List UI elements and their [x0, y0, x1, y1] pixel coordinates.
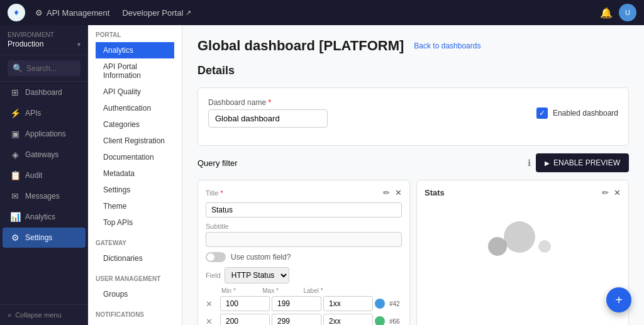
- status-widget: Title * ✏ ✕ Subtitle Use custom field?: [197, 180, 410, 325]
- applications-icon: ▣: [10, 129, 20, 139]
- search-input[interactable]: [26, 64, 77, 73]
- sidebar-item-analytics[interactable]: 📊 Analytics: [3, 207, 86, 227]
- env-dropdown[interactable]: Production: [8, 40, 80, 48]
- portal-section: Portal Analytics API Portal Information …: [88, 25, 182, 233]
- stats-close-button[interactable]: ✕: [614, 188, 621, 197]
- portal-nav-settings[interactable]: Settings: [96, 182, 174, 198]
- notifications-label: Notifications: [96, 311, 174, 318]
- field-select[interactable]: HTTP Status: [225, 267, 289, 284]
- stats-edit-button[interactable]: ✏: [602, 188, 609, 197]
- max-header: Max *: [262, 287, 301, 294]
- portal-nav-top-apis[interactable]: Top APIs: [96, 214, 174, 231]
- enabled-dashboard-label: Enabled dashboard: [553, 109, 618, 118]
- search-input-wrapper[interactable]: 🔍: [8, 60, 80, 76]
- range-2-remove-button[interactable]: ✕: [206, 317, 218, 326]
- status-title-group: [206, 202, 402, 218]
- info-icon[interactable]: ℹ: [528, 158, 531, 168]
- enabled-dashboard-row: ✓ Enabled dashboard: [536, 107, 618, 119]
- query-filter-row: Query filter ℹ ENABLE PREVIEW: [197, 153, 629, 172]
- range-header: Min * Max * Label *: [206, 287, 402, 294]
- enable-preview-button[interactable]: ENABLE PREVIEW: [536, 153, 629, 172]
- range-2-label-input[interactable]: [323, 314, 373, 325]
- collapse-icon: «: [8, 311, 11, 319]
- portal-nav-groups[interactable]: Groups: [96, 286, 174, 302]
- portal-nav-client-registration[interactable]: Client Registration: [96, 133, 174, 149]
- details-section-title: Details: [197, 64, 629, 77]
- portal-nav-dictionaries[interactable]: Dictionaries: [96, 250, 174, 267]
- status-subtitle-input[interactable]: [206, 232, 402, 247]
- use-custom-field-toggle[interactable]: [206, 252, 226, 262]
- back-to-dashboards-link[interactable]: Back to dashboards: [414, 41, 480, 50]
- api-management-header: ⚙ API Management: [35, 8, 109, 18]
- sidebar-item-messages[interactable]: ✉ Messages: [3, 186, 86, 206]
- portal-nav-notification-settings[interactable]: Notification settings: [96, 322, 174, 325]
- status-title-label: Title *: [206, 189, 223, 197]
- analytics-icon: 📊: [10, 212, 20, 222]
- widget-top-grid: Title * ✏ ✕ Subtitle Use custom field?: [197, 180, 629, 325]
- api-management-label: API Management: [47, 8, 109, 18]
- portal-nav-categories[interactable]: Categories: [96, 116, 174, 133]
- collapse-menu-button[interactable]: « Collapse menu: [0, 304, 88, 325]
- field-label: Field: [206, 272, 221, 279]
- query-filter-right: ℹ ENABLE PREVIEW: [528, 153, 629, 172]
- sidebar-item-apis-label: APIs: [25, 109, 41, 118]
- dashboard-name-label: Dashboard name *: [208, 98, 526, 107]
- status-edit-button[interactable]: ✏: [383, 188, 390, 197]
- sidebar: Environment Production 🔍 ⊞ Dashboard ⚡ A…: [0, 25, 88, 325]
- range-1-label-input[interactable]: [323, 296, 373, 311]
- portal-nav-documentation[interactable]: Documentation: [96, 149, 174, 165]
- dashboard-name-input[interactable]: [208, 109, 328, 128]
- range-2-color-dot[interactable]: [375, 316, 385, 325]
- stats-title: Stats: [425, 188, 445, 197]
- sidebar-item-applications-label: Applications: [25, 129, 66, 138]
- portal-nav-api-quality[interactable]: API Quality: [96, 84, 174, 100]
- portal-nav-metadata[interactable]: Metadata: [96, 165, 174, 182]
- enabled-dashboard-checkbox[interactable]: ✓: [536, 107, 548, 119]
- sidebar-item-gateways-label: Gateways: [25, 150, 58, 159]
- add-widget-fab[interactable]: +: [606, 287, 631, 312]
- range-2-min-input[interactable]: [220, 314, 270, 325]
- notification-bell-icon[interactable]: 🔔: [600, 7, 613, 19]
- subtitle-label: Subtitle: [206, 223, 402, 230]
- gateways-icon: ◈: [10, 150, 20, 160]
- sidebar-item-applications[interactable]: ▣ Applications: [3, 124, 86, 144]
- user-management-label: User Management: [96, 275, 174, 282]
- bubble-large: [504, 221, 535, 253]
- sidebar-nav: ⊞ Dashboard ⚡ APIs ▣ Applications ◈ Gate…: [0, 82, 88, 248]
- sidebar-item-audit[interactable]: 📋 Audit: [3, 165, 86, 185]
- env-label: Environment: [8, 31, 80, 38]
- app-logo: [8, 4, 25, 21]
- status-title-input[interactable]: [206, 202, 402, 218]
- portal-nav: Portal Analytics API Portal Information …: [88, 25, 182, 325]
- portal-nav-theme[interactable]: Theme: [96, 198, 174, 214]
- range-1-color-value: #42: [389, 300, 402, 307]
- sidebar-item-messages-label: Messages: [25, 192, 60, 201]
- range-1-min-input[interactable]: [220, 296, 270, 311]
- user-management-section: User Management Groups: [88, 269, 182, 305]
- search-box[interactable]: 🔍: [0, 55, 88, 82]
- developer-portal-link[interactable]: Developer Portal: [122, 8, 191, 18]
- environment-selector[interactable]: Environment Production: [0, 25, 88, 55]
- gateway-section-label: Gateway: [96, 240, 174, 246]
- user-avatar[interactable]: U: [619, 4, 636, 21]
- dashboard-name-group: Dashboard name *: [208, 98, 526, 128]
- range-2-max-input[interactable]: [272, 314, 321, 325]
- sidebar-item-dashboard[interactable]: ⊞ Dashboard: [3, 82, 86, 102]
- main-layout: Environment Production 🔍 ⊞ Dashboard ⚡ A…: [0, 25, 644, 325]
- sidebar-item-apis[interactable]: ⚡ APIs: [3, 103, 86, 123]
- dashboard-icon: ⊞: [10, 87, 20, 97]
- details-card: Dashboard name * ✓ Enabled dashboard: [197, 87, 629, 146]
- range-row-2: ✕ #66: [206, 314, 402, 325]
- range-1-color-dot[interactable]: [375, 299, 385, 309]
- status-close-button[interactable]: ✕: [395, 188, 402, 197]
- stats-bubble-chart: [425, 202, 621, 278]
- sidebar-item-gateways[interactable]: ◈ Gateways: [3, 145, 86, 165]
- gear-icon: ⚙: [35, 8, 43, 18]
- portal-nav-analytics[interactable]: Analytics: [96, 42, 174, 58]
- dashboard-name-row: Dashboard name * ✓ Enabled dashboard: [208, 98, 618, 128]
- sidebar-item-settings[interactable]: ⚙ Settings: [3, 228, 86, 248]
- range-1-remove-button[interactable]: ✕: [206, 299, 218, 309]
- portal-nav-api-portal-info[interactable]: API Portal Information: [96, 58, 174, 84]
- portal-nav-authentication[interactable]: Authentication: [96, 100, 174, 116]
- range-1-max-input[interactable]: [272, 296, 321, 311]
